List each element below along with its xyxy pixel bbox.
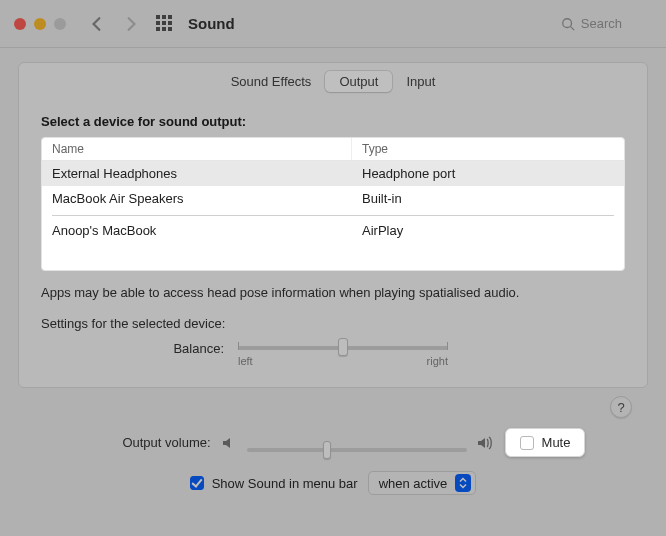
device-type: Built-in [352, 186, 624, 211]
menubar-mode-value: when active [379, 476, 448, 491]
svg-line-1 [570, 26, 574, 30]
output-volume-label: Output volume: [81, 435, 211, 450]
tab-bar: Sound Effects Output Input [19, 71, 647, 92]
volume-thumb[interactable] [323, 441, 331, 459]
sound-output-panel: Sound Effects Output Input Select a devi… [18, 62, 648, 388]
chevron-updown-icon [455, 474, 471, 492]
device-type: Headphone port [352, 161, 624, 186]
spatial-audio-note: Apps may be able to access head pose inf… [19, 271, 647, 306]
window-title: Sound [188, 15, 235, 32]
menubar-mode-select[interactable]: when active [368, 471, 477, 495]
toolbar: Sound Search [0, 0, 666, 48]
forward-button[interactable] [120, 13, 142, 35]
tab-sound-effects[interactable]: Sound Effects [217, 71, 326, 92]
balance-slider[interactable]: left right [238, 341, 448, 367]
table-row[interactable]: Anoop's MacBook AirPlay [42, 218, 624, 243]
show-all-button[interactable] [154, 13, 176, 35]
show-in-menubar-label: Show Sound in menu bar [212, 476, 358, 491]
speaker-low-icon [221, 435, 237, 451]
search-placeholder: Search [581, 16, 622, 31]
mute-checkbox[interactable]: Mute [505, 428, 586, 457]
balance-label: Balance: [64, 341, 224, 356]
window-controls [14, 18, 66, 30]
search-icon [561, 17, 575, 31]
tab-output[interactable]: Output [325, 71, 392, 92]
column-name[interactable]: Name [42, 138, 352, 160]
footer: Output volume: Mute Show Sound in menu b… [0, 402, 666, 503]
device-name: External Headphones [42, 161, 352, 186]
balance-control: Balance: left right [19, 337, 647, 369]
table-separator [52, 215, 614, 216]
table-row[interactable]: External Headphones Headphone port [42, 161, 624, 186]
zoom-window-button[interactable] [54, 18, 66, 30]
table-header: Name Type [42, 138, 624, 161]
help-button[interactable]: ? [610, 396, 632, 418]
checkbox-icon [520, 436, 534, 450]
search-field[interactable]: Search [561, 16, 622, 31]
output-volume-slider[interactable] [247, 441, 467, 445]
output-device-heading: Select a device for sound output: [19, 102, 647, 137]
tab-input[interactable]: Input [392, 71, 449, 92]
device-name: Anoop's MacBook [42, 218, 352, 243]
svg-point-0 [563, 18, 572, 27]
balance-left-label: left [238, 355, 253, 367]
minimize-window-button[interactable] [34, 18, 46, 30]
grid-icon [156, 15, 174, 33]
close-window-button[interactable] [14, 18, 26, 30]
device-settings-heading: Settings for the selected device: [19, 306, 647, 337]
balance-thumb[interactable] [338, 338, 348, 356]
balance-right-label: right [427, 355, 448, 367]
checkbox-icon [190, 476, 204, 490]
back-button[interactable] [86, 13, 108, 35]
help-icon: ? [617, 400, 624, 415]
output-device-table: Name Type External Headphones Headphone … [41, 137, 625, 271]
device-name: MacBook Air Speakers [42, 186, 352, 211]
speaker-high-icon [477, 435, 495, 451]
table-row[interactable]: MacBook Air Speakers Built-in [42, 186, 624, 211]
column-type[interactable]: Type [352, 138, 624, 160]
show-in-menubar-checkbox[interactable]: Show Sound in menu bar [190, 476, 358, 491]
device-type: AirPlay [352, 218, 624, 243]
mute-label: Mute [542, 435, 571, 450]
